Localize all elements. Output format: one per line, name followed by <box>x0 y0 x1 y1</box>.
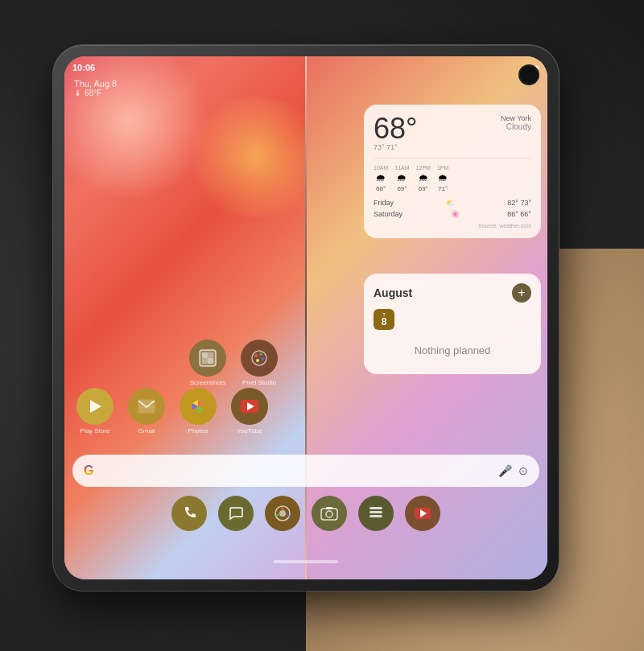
app-youtube[interactable]: YouTube <box>227 388 272 435</box>
hour-time-4: 1PM <box>437 165 448 171</box>
app-pixel-studio[interactable]: Pixel Studio <box>237 340 282 386</box>
friday-temps: 82° 73° <box>507 199 531 207</box>
hour-time-3: 12PM <box>416 165 431 171</box>
status-bar: 10:06 ▲ ◆ <box>72 63 539 72</box>
screenshots-icon[interactable] <box>189 340 226 377</box>
calendar-month: August <box>374 286 412 299</box>
weather-friday: Friday ⛅ 82° 73° <box>374 197 531 208</box>
weather-hour-1: 10AM 🌧 68° <box>374 165 388 192</box>
dock-messages[interactable] <box>218 496 254 531</box>
app-play-store[interactable]: Play Store <box>72 388 118 435</box>
weather-condition: Cloudy <box>501 122 531 131</box>
screenshots-label: Screenshots <box>190 379 225 386</box>
dock-chrome[interactable] <box>265 496 300 531</box>
app-screenshots[interactable]: Screenshots <box>185 340 230 386</box>
hour-icon-2: 🌧 <box>397 172 407 183</box>
svg-rect-4 <box>208 358 213 364</box>
mic-icon[interactable]: 🎤 <box>498 464 512 477</box>
dock-camera[interactable] <box>312 496 347 531</box>
weather-widget[interactable]: 68° 73° 71° New York Cloudy 10AM 🌧 68° <box>364 105 541 238</box>
svg-rect-23 <box>369 511 382 513</box>
svg-rect-0 <box>200 350 216 366</box>
temp-value: 68°F <box>85 89 101 97</box>
youtube-icon[interactable] <box>231 388 268 425</box>
phone-device: 10:06 ▲ ◆ Thu, Aug 8 🌡 68°F 68° <box>52 44 559 591</box>
svg-rect-21 <box>326 507 332 509</box>
phone-screen[interactable]: 10:06 ▲ ◆ Thu, Aug 8 🌡 68°F 68° <box>64 56 547 579</box>
camera-cutout <box>520 66 538 84</box>
svg-point-6 <box>254 354 258 357</box>
hour-icon-4: 🌧 <box>438 172 448 183</box>
friday-label: Friday <box>374 199 394 207</box>
photos-label: Photos <box>188 427 208 435</box>
calendar-add-button[interactable]: + <box>512 283 531 303</box>
weather-location: New York <box>501 114 531 122</box>
calendar-day-badge: T 8 <box>374 309 394 330</box>
svg-rect-3 <box>202 358 208 364</box>
weather-hourly-row: 10AM 🌧 68° 11AM 🌧 69° 12PM 🌧 69° <box>374 158 531 192</box>
calendar-nothing-planned: Nothing planned <box>374 336 531 365</box>
saturday-temps: 86° 66° <box>507 210 531 218</box>
svg-rect-2 <box>208 352 213 358</box>
app-photos[interactable]: Photos <box>175 388 221 435</box>
gmail-label: Gmail <box>138 427 155 435</box>
calendar-day-number: 8 <box>382 317 387 327</box>
dock <box>72 496 539 531</box>
play-store-icon[interactable] <box>76 388 114 425</box>
apps-main-row: Play Store Gmail <box>72 388 272 435</box>
hour-time-2: 11AM <box>394 165 409 171</box>
svg-point-8 <box>261 357 264 361</box>
date-text: Thu, Aug 8 <box>74 79 117 89</box>
temp-icon: 🌡 <box>74 89 82 97</box>
svg-point-9 <box>256 359 259 362</box>
weather-hour-4: 1PM 🌧 71° <box>437 165 448 192</box>
hour-temp-2: 69° <box>397 185 407 192</box>
navigation-bar <box>274 560 338 563</box>
saturday-icon: 🌸 <box>451 210 460 218</box>
google-logo: G <box>84 464 93 478</box>
date-widget: Thu, Aug 8 🌡 68°F <box>74 79 117 97</box>
hour-temp-4: 71° <box>438 185 448 192</box>
photos-icon[interactable] <box>180 388 217 425</box>
hour-temp-1: 68° <box>376 185 386 192</box>
pixel-studio-label: Pixel Studio <box>242 379 276 386</box>
weather-current-temp: 68° <box>374 114 417 143</box>
hour-icon-3: 🌧 <box>419 172 428 183</box>
scene: 10:06 ▲ ◆ Thu, Aug 8 🌡 68°F 68° <box>0 0 644 651</box>
youtube-label: YouTube <box>237 427 262 435</box>
hour-temp-3: 69° <box>419 185 428 192</box>
svg-rect-1 <box>202 352 208 358</box>
svg-point-5 <box>252 351 266 365</box>
dock-phone[interactable] <box>171 496 207 531</box>
play-store-label: Play Store <box>80 427 110 435</box>
weather-saturday: Saturday 🌸 86° 66° <box>374 208 531 220</box>
status-time: 10:06 <box>72 63 95 72</box>
svg-point-15 <box>279 510 286 517</box>
hour-icon-1: 🌧 <box>376 172 386 183</box>
saturday-label: Saturday <box>374 210 402 218</box>
dock-files[interactable] <box>358 496 394 531</box>
svg-rect-19 <box>321 509 337 520</box>
dock-youtube[interactable] <box>405 496 440 531</box>
gmail-icon[interactable] <box>128 388 165 425</box>
apps-top-row: Screenshots Pixel Studio <box>185 340 282 386</box>
weather-hour-3: 12PM 🌧 69° <box>416 165 431 192</box>
friday-icon: ⛅ <box>446 199 455 207</box>
temp-text: 🌡 68°F <box>74 89 117 97</box>
svg-point-7 <box>259 352 262 356</box>
weather-hour-2: 11AM 🌧 69° <box>394 165 409 192</box>
search-bar[interactable]: G 🎤 ⊙ <box>72 455 539 487</box>
hour-time-1: 10AM <box>374 165 388 171</box>
weather-source: Source: weather.com <box>374 223 531 229</box>
lens-icon[interactable]: ⊙ <box>518 464 528 477</box>
weather-daily: Friday ⛅ 82° 73° Saturday 🌸 86° 66° <box>374 197 531 220</box>
svg-rect-24 <box>369 515 382 517</box>
svg-marker-10 <box>90 400 101 413</box>
calendar-widget[interactable]: August + T 8 Nothing planned <box>364 274 541 374</box>
svg-rect-22 <box>369 507 382 509</box>
app-gmail[interactable]: Gmail <box>124 388 169 435</box>
pixel-studio-icon[interactable] <box>241 340 278 377</box>
calendar-header: August + <box>374 283 531 303</box>
svg-rect-11 <box>138 400 155 413</box>
svg-point-20 <box>326 511 332 517</box>
